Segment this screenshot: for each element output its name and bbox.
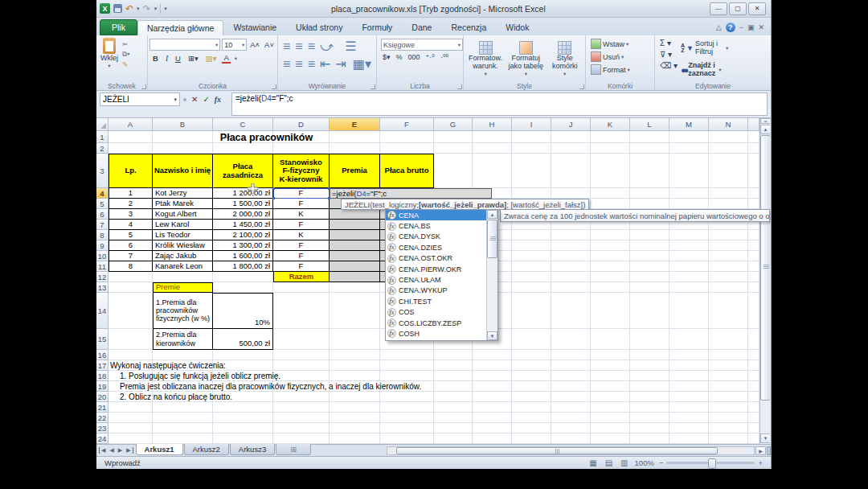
cell-E7[interactable] bbox=[330, 220, 380, 230]
row-header-15[interactable]: 15 bbox=[96, 329, 108, 350]
cell-B5[interactable]: Ptak Marek bbox=[153, 199, 213, 209]
column-header-partial[interactable] bbox=[748, 118, 760, 131]
font-color-icon[interactable]: A bbox=[222, 53, 230, 64]
cell-B13[interactable]: Premie bbox=[153, 282, 213, 293]
column-header-B[interactable]: B bbox=[153, 118, 213, 131]
dropdown-scroll-up-icon[interactable]: ▲ bbox=[487, 210, 497, 219]
copy-icon[interactable]: ⧉▾ bbox=[122, 50, 130, 59]
column-header-L[interactable]: L bbox=[630, 118, 669, 131]
bold-button[interactable]: B bbox=[151, 54, 160, 63]
vertical-scrollbar[interactable]: =▲▼ bbox=[760, 118, 770, 444]
sort-filter-button[interactable]: AZ▼ Sortuj i Filtruj▾ bbox=[681, 39, 728, 58]
cell-edit-formula[interactable]: =jeżeli(D4="F";c bbox=[330, 188, 492, 199]
dropdown-scrollbar[interactable]: ▲ ▼ bbox=[486, 210, 497, 340]
first-sheet-icon[interactable]: ◀ bbox=[99, 447, 107, 454]
cell-E10[interactable] bbox=[330, 251, 380, 261]
find-select-button[interactable]: ●● Znajdź i zaznacz▾ bbox=[681, 60, 728, 80]
sheet-tab-arkusz3[interactable]: Arkusz3 bbox=[230, 444, 275, 455]
clear-icon[interactable]: ⌫ ▾ bbox=[660, 61, 678, 70]
autocomplete-item-cena.dzies[interactable]: fxCENA.DZIES bbox=[386, 242, 486, 253]
fill-color-icon[interactable]: ▨▾ bbox=[204, 54, 219, 63]
page-layout-view-icon[interactable]: ▤ bbox=[604, 458, 614, 468]
column-header-H[interactable]: H bbox=[473, 118, 512, 131]
cell-A4[interactable]: 1 bbox=[108, 188, 153, 199]
save-icon[interactable] bbox=[113, 4, 122, 13]
align-left-icon[interactable]: ≡ bbox=[283, 57, 290, 72]
cut-icon[interactable]: ✂ bbox=[122, 40, 130, 48]
row-header-5[interactable]: 5 bbox=[96, 199, 108, 209]
cell-B4[interactable]: Kot Jerzy bbox=[153, 188, 213, 199]
autocomplete-item-cena.ułam[interactable]: fxCENA.UŁAM bbox=[386, 274, 486, 285]
help-icon[interactable]: ? bbox=[726, 23, 735, 32]
decrease-decimal-icon[interactable]: ·⁰⁰ bbox=[440, 53, 448, 61]
vscroll-up-icon[interactable]: ▲ bbox=[760, 125, 770, 134]
cell-styles-button[interactable]: Style komórki▾ bbox=[546, 37, 583, 80]
row-header-3[interactable]: 3 bbox=[96, 154, 108, 188]
restore-button[interactable]: ▢ bbox=[729, 2, 747, 15]
collapse-ribbon-icon[interactable]: △ bbox=[716, 23, 722, 31]
column-header-E[interactable]: E bbox=[330, 118, 380, 131]
percent-style-icon[interactable]: % bbox=[396, 53, 403, 61]
row-header-14[interactable]: 14 bbox=[96, 293, 108, 329]
cell-A18[interactable]: 1. Posługując się funkcją jeżeli oblicz … bbox=[108, 371, 512, 381]
row-header-8[interactable]: 8 bbox=[96, 230, 108, 240]
cell-A10[interactable]: 7 bbox=[108, 251, 153, 261]
cell-B8[interactable]: Lis Teodor bbox=[153, 230, 213, 240]
hscroll-right-icon[interactable]: ▶ bbox=[755, 446, 766, 455]
conditional-formatting-button[interactable]: Formatow. warunk.▾ bbox=[465, 37, 506, 80]
cell-C8[interactable]: 2 100,00 zł bbox=[213, 230, 273, 240]
row-header-23[interactable]: 23 bbox=[96, 423, 108, 434]
close-button[interactable]: ✕ bbox=[748, 2, 766, 15]
cell-B15[interactable]: 2.Premia dla kierowników bbox=[153, 329, 213, 350]
autosum-icon[interactable]: Σ ▾ bbox=[660, 39, 678, 47]
underline-button[interactable]: U bbox=[174, 54, 182, 63]
cell-C14[interactable]: 10% bbox=[213, 293, 273, 329]
zoom-in-icon[interactable]: + bbox=[758, 458, 763, 467]
row-header-10[interactable]: 10 bbox=[96, 251, 108, 261]
borders-icon[interactable]: ⊞▾ bbox=[186, 54, 200, 63]
schowek-dialog-launcher[interactable] bbox=[141, 84, 146, 89]
cell-A7[interactable]: 4 bbox=[108, 220, 153, 230]
ribbon-tab-uk-ad-strony[interactable]: Układ strony bbox=[286, 19, 352, 35]
hscroll-splitter[interactable] bbox=[767, 446, 771, 455]
undo-dropdown-icon[interactable]: ▾ bbox=[137, 6, 140, 12]
cell-C5[interactable]: 1 500,00 zł bbox=[213, 199, 273, 209]
cell-D7[interactable]: F bbox=[273, 220, 330, 230]
ribbon-tab-recenzja[interactable]: Recenzja bbox=[441, 19, 496, 35]
cell-B3[interactable]: Nazwisko i imię bbox=[153, 154, 213, 188]
accounting-format-icon[interactable]: $▾ bbox=[383, 53, 391, 61]
excel-app-icon[interactable]: X bbox=[100, 3, 110, 14]
format-as-table-button[interactable]: Formatuj jako tabelę▾ bbox=[506, 37, 546, 80]
zoom-level[interactable]: 100% bbox=[635, 458, 654, 467]
redo-dropdown-icon[interactable]: ▾ bbox=[154, 6, 158, 12]
row-header-6[interactable]: 6 bbox=[96, 209, 108, 220]
column-header-I[interactable]: I bbox=[512, 118, 551, 131]
liczba-dialog-launcher[interactable] bbox=[457, 84, 462, 89]
autocomplete-item-chi.test[interactable]: fxCHI.TEST bbox=[386, 296, 486, 306]
cell-D6[interactable]: K bbox=[273, 209, 330, 220]
cell-E3[interactable]: Premia bbox=[330, 154, 380, 188]
autocomplete-item-cena.ost.okr[interactable]: fxCENA.OST.OKR bbox=[386, 253, 486, 264]
horizontal-scrollbar[interactable]: ▶ bbox=[387, 446, 771, 456]
cell-E11[interactable] bbox=[330, 261, 380, 272]
ribbon-tab-narz-dzia-g-wne[interactable]: Narzędzia główne bbox=[137, 20, 223, 35]
dropdown-scroll-down-icon[interactable]: ▼ bbox=[487, 331, 497, 340]
italic-button[interactable]: I bbox=[164, 55, 170, 63]
cell-A9[interactable]: 6 bbox=[108, 240, 153, 251]
page-break-view-icon[interactable]: ▥ bbox=[619, 458, 629, 468]
fill-icon[interactable]: ⊽ ▾ bbox=[660, 50, 678, 59]
number-format-combo[interactable]: Księgowe▾ bbox=[381, 39, 463, 51]
paste-button[interactable]: Wklej▾ bbox=[98, 37, 121, 69]
row-header-13[interactable]: 13 bbox=[96, 282, 108, 293]
sheet-tab-arkusz1[interactable]: Arkusz1 bbox=[136, 444, 183, 455]
row-header-21[interactable]: 21 bbox=[96, 402, 108, 413]
cell-C15[interactable]: 500,00 zł bbox=[213, 329, 273, 350]
font-size-combo[interactable]: 10▾ bbox=[222, 39, 247, 51]
cell-D8[interactable]: K bbox=[273, 230, 330, 240]
cell-D3[interactable]: Stanowisko F-fizyczny K-kierownik bbox=[273, 154, 330, 188]
cell-C6[interactable]: 2 000,00 zł bbox=[213, 209, 273, 220]
align-top-icon[interactable]: ≡ bbox=[283, 39, 290, 54]
autocomplete-item-cena.bs[interactable]: fxCENA.BS bbox=[386, 220, 486, 231]
redo-icon[interactable]: ↷ bbox=[143, 5, 151, 13]
autocomplete-item-cena.wykup[interactable]: fxCENA.WYKUP bbox=[386, 286, 486, 296]
